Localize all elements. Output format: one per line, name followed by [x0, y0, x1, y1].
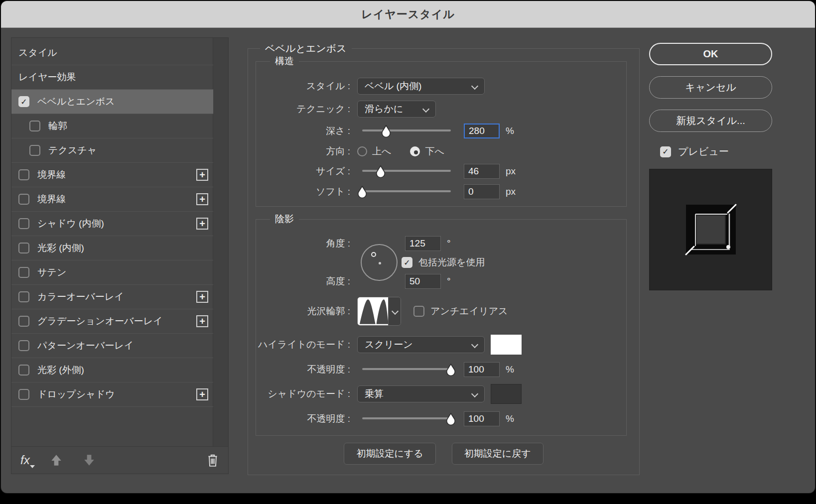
- altitude-label: 高度 :: [256, 275, 357, 288]
- sidebar-item[interactable]: ドロップシャドウ+: [11, 382, 213, 407]
- slider-track: [362, 368, 451, 370]
- bevel-emboss-panel: ベベルとエンボス 構造 スタイル : ベベル (内側) テクニック : 滑らかに…: [248, 48, 640, 475]
- effect-checkbox[interactable]: [18, 340, 29, 351]
- angle-input[interactable]: [405, 236, 441, 251]
- shadow-opacity-slider[interactable]: [362, 411, 451, 426]
- slider-thumb-icon[interactable]: [357, 186, 368, 199]
- sidebar-item[interactable]: グラデーションオーバーレイ+: [11, 309, 213, 334]
- sidebar-item-label: サテン: [37, 266, 208, 279]
- ok-button[interactable]: OK: [649, 43, 772, 65]
- add-effect-button[interactable]: +: [196, 218, 208, 230]
- depth-row: 深さ : %: [256, 122, 626, 140]
- sidebar-item-label: パターンオーバーレイ: [37, 339, 208, 352]
- altitude-input[interactable]: [405, 274, 441, 289]
- sidebar-item[interactable]: 境界線+: [11, 163, 213, 187]
- shadow-color-swatch[interactable]: [491, 384, 522, 404]
- sidebar-item[interactable]: 光彩 (外側): [11, 358, 213, 382]
- slider-thumb-icon[interactable]: [381, 125, 392, 138]
- preview-checkbox[interactable]: ✓: [660, 146, 671, 157]
- size-slider[interactable]: [362, 164, 451, 179]
- shadow-opacity-input[interactable]: [464, 411, 500, 426]
- soften-slider[interactable]: [362, 184, 451, 199]
- effect-checkbox[interactable]: [18, 194, 29, 205]
- effect-checkbox[interactable]: [18, 243, 29, 253]
- highlight-mode-row: ハイライトのモード : スクリーン: [256, 333, 626, 356]
- delete-effect-icon[interactable]: [206, 453, 219, 467]
- antialias-checkbox[interactable]: [413, 306, 424, 317]
- sidebar-item-label: 境界線: [37, 168, 188, 181]
- direction-down-label: 下へ: [425, 145, 444, 158]
- slider-thumb-icon[interactable]: [445, 364, 456, 377]
- new-style-button[interactable]: 新規スタイル...: [649, 110, 772, 132]
- dialog-titlebar[interactable]: レイヤースタイル: [1, 1, 815, 28]
- sidebar-item[interactable]: パターンオーバーレイ: [11, 334, 213, 358]
- add-effect-button[interactable]: +: [196, 388, 208, 400]
- global-light-checkbox[interactable]: ✓: [402, 257, 412, 268]
- direction-down-radio[interactable]: [410, 146, 420, 156]
- soften-label: ソフト :: [256, 185, 357, 198]
- slider-track: [362, 190, 451, 192]
- depth-label: 深さ :: [256, 125, 357, 137]
- sidebar-item[interactable]: 光彩 (内側): [11, 236, 213, 260]
- sidebar-item[interactable]: 輪郭: [11, 114, 213, 138]
- gloss-contour-picker[interactable]: [357, 297, 401, 326]
- technique-select-value: 滑らかに: [365, 103, 418, 116]
- effect-checkbox[interactable]: [18, 267, 29, 278]
- effect-checkbox[interactable]: [29, 121, 40, 131]
- depth-input[interactable]: [464, 124, 500, 138]
- angle-unit: °: [447, 238, 451, 249]
- direction-row: 方向 : 上へ 下へ: [256, 142, 626, 160]
- effect-checkbox[interactable]: [18, 365, 29, 376]
- effect-checkbox[interactable]: [29, 145, 40, 156]
- sidebar-item[interactable]: カラーオーバーレイ+: [11, 285, 213, 309]
- highlight-mode-label: ハイライトのモード :: [256, 338, 357, 351]
- move-up-icon[interactable]: [50, 454, 63, 467]
- sidebar-item[interactable]: レイヤー効果: [11, 65, 213, 90]
- style-preview-thumbnail: [680, 199, 742, 260]
- sidebar-item[interactable]: ✓ベベルとエンボス: [11, 90, 213, 114]
- fx-menu-button[interactable]: fx: [20, 454, 30, 466]
- sidebar-item[interactable]: スタイル: [11, 41, 213, 65]
- effect-checkbox[interactable]: [18, 169, 29, 180]
- sidebar-item[interactable]: 境界線+: [11, 187, 213, 212]
- add-effect-button[interactable]: +: [196, 193, 208, 205]
- technique-select[interactable]: 滑らかに: [357, 101, 436, 118]
- shadow-mode-select[interactable]: 乗算: [357, 385, 485, 402]
- altitude-unit: °: [447, 276, 451, 287]
- effect-checkbox[interactable]: [18, 218, 29, 229]
- slider-thumb-icon[interactable]: [375, 165, 386, 178]
- effect-checkbox[interactable]: ✓: [18, 96, 29, 107]
- make-default-button[interactable]: 初期設定にする: [344, 443, 435, 465]
- sidebar-item[interactable]: サテン: [11, 260, 213, 285]
- technique-label: テクニック :: [256, 103, 357, 116]
- shadow-opacity-row: 不透明度 : %: [256, 410, 626, 428]
- sidebar-item-label: 光彩 (内側): [37, 242, 208, 254]
- add-effect-button[interactable]: +: [196, 169, 208, 181]
- sidebar-item-label: ベベルとエンボス: [37, 95, 208, 108]
- highlight-opacity-slider[interactable]: [362, 362, 451, 377]
- soften-input[interactable]: [464, 184, 500, 199]
- highlight-opacity-input[interactable]: [464, 362, 500, 377]
- effect-checkbox[interactable]: [18, 389, 29, 400]
- size-input[interactable]: [464, 164, 500, 179]
- style-select[interactable]: ベベル (内側): [357, 78, 485, 95]
- sidebar-item[interactable]: シャドウ (内側)+: [11, 212, 213, 236]
- move-down-icon[interactable]: [83, 454, 96, 467]
- shadow-mode-label: シャドウのモード :: [256, 387, 357, 400]
- effect-checkbox[interactable]: [18, 316, 29, 327]
- cancel-button[interactable]: キャンセル: [649, 76, 772, 99]
- sidebar-item[interactable]: テクスチャ: [11, 138, 213, 163]
- reset-default-button[interactable]: 初期設定に戻す: [452, 443, 544, 465]
- contour-dropdown[interactable]: [388, 297, 401, 325]
- sidebar-scrollbar-track[interactable]: [213, 38, 228, 447]
- add-effect-button[interactable]: +: [196, 291, 208, 303]
- highlight-mode-select[interactable]: スクリーン: [357, 336, 485, 353]
- effect-checkbox[interactable]: [18, 291, 29, 302]
- direction-up-radio[interactable]: [357, 146, 367, 156]
- highlight-color-swatch[interactable]: [491, 335, 522, 355]
- style-row: スタイル : ベベル (内側): [256, 77, 626, 95]
- slider-thumb-icon[interactable]: [445, 413, 456, 426]
- depth-slider[interactable]: [362, 124, 451, 138]
- add-effect-button[interactable]: +: [196, 315, 208, 327]
- direction-label: 方向 :: [256, 145, 357, 158]
